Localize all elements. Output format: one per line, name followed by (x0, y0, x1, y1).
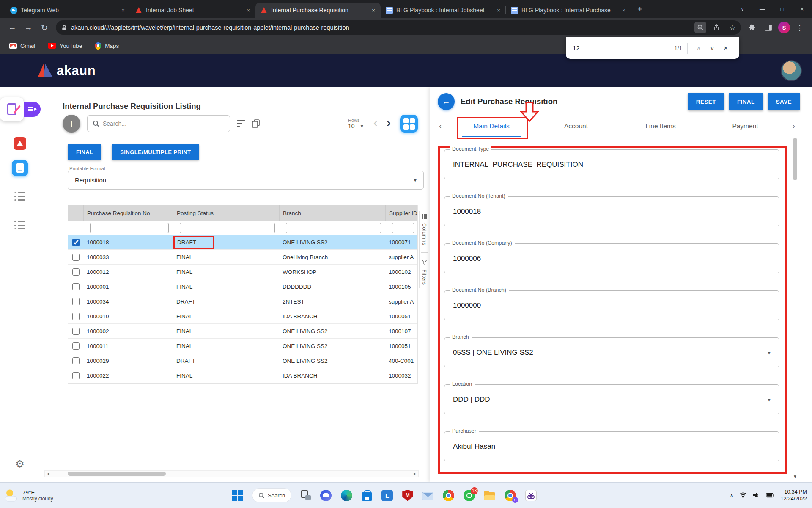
sidebar-item-red-applet[interactable] (14, 137, 26, 150)
form-field[interactable]: PurchaserAkibul Hasan (444, 431, 779, 461)
tab-close-icon[interactable]: × (495, 6, 502, 14)
browser-tab[interactable]: BLG Playbook : Internal Jobsheet× (381, 3, 506, 18)
share-icon[interactable] (710, 22, 722, 33)
browser-menu-icon[interactable]: ⋮ (793, 20, 807, 35)
form-field[interactable]: Document TypeINTERNAL_PURCHASE_REQUISITI… (444, 149, 779, 179)
search-input[interactable] (103, 120, 225, 127)
table-row[interactable]: 1000012FINALWORKSHOP1000102 (68, 265, 417, 279)
maximize-button[interactable]: □ (772, 0, 792, 18)
columns-side-tab[interactable]: Columns (421, 223, 427, 246)
table-row[interactable]: 1000022FINALIDA BRANCH1000032 (68, 368, 417, 383)
close-window-button[interactable]: × (792, 0, 812, 18)
single-multiple-print-button[interactable]: SINGLE/MULTIPLE PRINT (112, 144, 199, 160)
final-button[interactable]: FINAL (729, 93, 763, 110)
form-field[interactable]: LocationDDD | DDD▾ (444, 384, 779, 414)
editor-tab-main-details[interactable]: Main Details (449, 115, 534, 137)
browser-forward-icon[interactable]: → (21, 20, 36, 35)
wifi-icon[interactable] (739, 492, 747, 498)
next-page-icon[interactable]: › (386, 116, 391, 132)
table-row[interactable]: 1000033FINALOneLiving Branchsupplier A (68, 250, 417, 265)
editor-scrollbar[interactable]: ▼ (792, 138, 798, 479)
table-row[interactable]: 1000002FINALONE LIVING SS21000107 (68, 324, 417, 339)
back-button[interactable]: ← (438, 93, 455, 110)
tab-search-icon[interactable]: ∨ (732, 0, 752, 18)
form-field[interactable]: Document No (Tenant)1000018 (444, 196, 779, 226)
whatsapp-icon[interactable]: 13 (464, 490, 475, 501)
row-checkbox[interactable] (72, 313, 80, 320)
column-filter-input[interactable] (286, 223, 381, 233)
browser-tab[interactable]: Internal Purchase Requisition× (255, 3, 381, 18)
table-row[interactable]: 1000034DRAFT2NTESTsupplier A (68, 294, 417, 309)
store-icon[interactable] (362, 492, 372, 501)
search-box[interactable] (87, 115, 230, 132)
row-checkbox[interactable] (72, 254, 80, 261)
table-row[interactable]: 1000011FINALONE LIVING SS21000051 (68, 339, 417, 353)
l-app-icon[interactable]: L (381, 490, 393, 501)
column-filter-input[interactable] (180, 223, 275, 233)
row-checkbox[interactable] (72, 239, 80, 246)
table-row[interactable]: 1000029DRAFTONE LIVING SS2400-C001 (68, 353, 417, 368)
edge-icon[interactable] (341, 490, 352, 501)
scroll-left-icon[interactable]: ◄ (45, 472, 52, 476)
horizontal-scrollbar[interactable]: ◄ ► (44, 470, 419, 477)
bookmark-maps[interactable]: Maps (95, 42, 119, 49)
copy-icon[interactable] (252, 119, 260, 128)
extensions-puzzle-icon[interactable] (745, 20, 760, 35)
column-filter-input[interactable] (392, 223, 414, 233)
scroll-track[interactable] (52, 471, 411, 477)
tabs-scroll-right-icon[interactable]: › (792, 121, 795, 131)
row-checkbox[interactable] (72, 342, 80, 350)
tab-close-icon[interactable]: × (244, 6, 252, 14)
find-previous-icon[interactable]: ∧ (692, 41, 705, 55)
feedback-widget[interactable] (0, 97, 41, 121)
table-row[interactable]: 1000001FINALDDDDDDD1000105 (68, 279, 417, 294)
chrome-profile-icon[interactable]: S (505, 490, 516, 501)
browser-profile-avatar[interactable]: S (778, 22, 790, 33)
grid-view-icon[interactable] (400, 115, 418, 133)
add-button[interactable]: + (63, 115, 80, 133)
start-button[interactable] (232, 490, 243, 501)
mcafee-icon[interactable]: M (402, 490, 413, 501)
row-checkbox[interactable] (72, 283, 80, 290)
hidden-icons-icon[interactable]: ∧ (730, 492, 734, 498)
row-checkbox[interactable] (72, 357, 80, 364)
taskbar-weather[interactable]: 79°F Mostly cloudy (5, 489, 53, 502)
browser-tab[interactable]: BLG Playbook : Internal Purchase× (506, 3, 631, 18)
bookmark-youtube[interactable]: YouTube (48, 43, 82, 49)
mail-icon[interactable] (422, 492, 433, 500)
browser-tab[interactable]: Internal Job Sheet× (130, 3, 255, 18)
sidebar-item-active-applet[interactable] (12, 160, 28, 176)
editor-scroll-down-icon[interactable]: ▼ (792, 474, 798, 479)
taskbar-clock[interactable]: 10:34 PM 12/24/2022 (780, 489, 807, 502)
row-checkbox[interactable] (72, 298, 80, 305)
snipping-tool-icon[interactable] (525, 490, 537, 501)
task-view-icon[interactable] (301, 490, 311, 500)
save-button[interactable]: SAVE (768, 93, 800, 110)
columns-icon[interactable] (422, 214, 427, 219)
taskbar-search[interactable]: Search (252, 488, 291, 502)
feedback-card[interactable] (0, 97, 24, 121)
row-checkbox[interactable] (72, 372, 80, 379)
minimize-button[interactable]: — (752, 0, 772, 18)
settings-gear-icon[interactable]: ⚙ (15, 458, 25, 470)
browser-reload-icon[interactable]: ↻ (37, 20, 52, 35)
find-next-icon[interactable]: ∨ (705, 41, 719, 55)
row-checkbox[interactable] (72, 328, 80, 335)
tab-close-icon[interactable]: × (620, 6, 628, 14)
find-close-icon[interactable]: × (719, 41, 732, 55)
editor-tab-account[interactable]: Account (534, 115, 618, 137)
browser-back-icon[interactable]: ← (5, 20, 19, 35)
filters-side-tab[interactable]: Filters (421, 269, 427, 285)
chat-icon[interactable] (320, 490, 332, 501)
filter-list-icon[interactable] (237, 120, 245, 127)
scroll-right-icon[interactable]: ► (411, 472, 418, 476)
volume-icon[interactable] (753, 492, 760, 498)
table-row[interactable]: 1000010FINALIDA BRANCH1000051 (68, 309, 417, 324)
find-input[interactable] (573, 44, 674, 52)
menu-toggle-pill[interactable] (24, 102, 41, 117)
column-filter-input[interactable] (90, 223, 169, 233)
tab-close-icon[interactable]: × (370, 6, 377, 14)
tab-close-icon[interactable]: × (119, 6, 127, 14)
row-checkbox[interactable] (72, 268, 80, 276)
bookmark-gmail[interactable]: Gmail (9, 43, 35, 49)
